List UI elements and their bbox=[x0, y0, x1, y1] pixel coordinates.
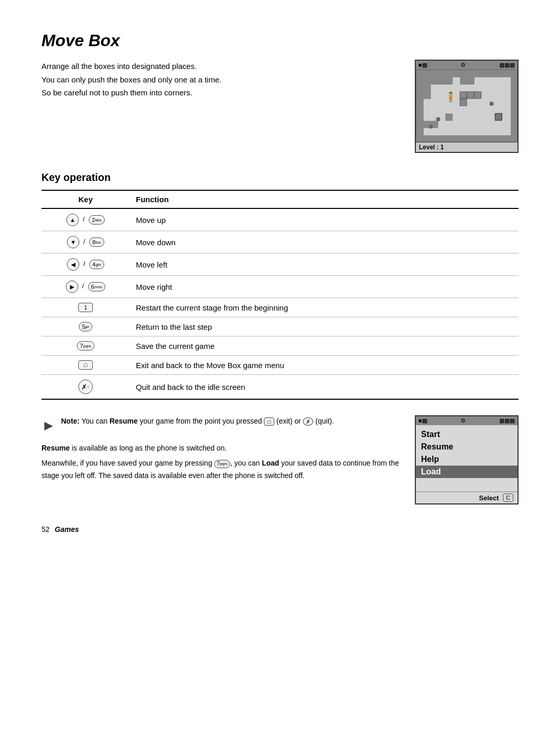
menu-item-load[interactable]: Load bbox=[416, 466, 517, 478]
key-cell-move-left: ◀ / 4 ghi bbox=[41, 254, 130, 276]
key-exit: □ bbox=[78, 360, 93, 370]
intro-section: Arrange all the boxes into designated pl… bbox=[41, 60, 519, 153]
svg-rect-20 bbox=[495, 114, 502, 120]
table-row: 7pqrs Save the current game bbox=[41, 336, 519, 356]
svg-text:🧍: 🧍 bbox=[445, 91, 457, 103]
key-cell-exit: □ bbox=[41, 356, 130, 375]
table-row: ▼ / 8 tuv Move down bbox=[41, 231, 519, 254]
key-5jkl: 5 jkl bbox=[79, 322, 92, 331]
load-bold: Load bbox=[262, 459, 279, 467]
nav-left-icon: ◀ bbox=[67, 258, 79, 271]
nav-up-icon: ▲ bbox=[66, 214, 79, 226]
svg-rect-14 bbox=[467, 92, 474, 99]
section-title-key-operation: Key operation bbox=[41, 172, 519, 184]
menu-select-softkey[interactable]: Select bbox=[479, 494, 499, 502]
table-header-function: Function bbox=[130, 190, 519, 208]
key-operation-table: Key Function ▲ / 2 abc Move up ▼ / 8 tuv bbox=[41, 190, 519, 400]
level-label-1: Level : 1 bbox=[416, 142, 517, 152]
svg-rect-16 bbox=[460, 99, 467, 106]
table-row: ◀ / 4 ghi Move left bbox=[41, 254, 519, 276]
status-icon-left: ■▩ bbox=[418, 62, 427, 68]
table-row: ▲ / 2 abc Move up bbox=[41, 208, 519, 231]
table-row: 5 jkl Return to the last step bbox=[41, 317, 519, 336]
game-svg: 🧍 bbox=[416, 70, 517, 142]
key-quit: ✗○ bbox=[78, 380, 93, 394]
key-7pqrs: 7pqrs bbox=[77, 341, 94, 350]
bottom-text: ► Note: You can Resume your game from th… bbox=[41, 415, 399, 482]
menu-item-help[interactable]: Help bbox=[421, 453, 512, 466]
status-icon-mid: ⚙ bbox=[460, 62, 466, 68]
intro-text: Arrange all the boxes into designated pl… bbox=[41, 60, 399, 100]
save-key-inline: 7pqrs bbox=[214, 460, 230, 468]
exit-key-inline: □ bbox=[264, 417, 274, 426]
key-cell-last-step: 5 jkl bbox=[41, 317, 130, 336]
svg-point-18 bbox=[436, 117, 440, 121]
page-footer: 52 Games bbox=[41, 525, 519, 534]
table-row: ✗○ Quit and back to the idle screen bbox=[41, 375, 519, 400]
function-move-up: Move up bbox=[130, 208, 519, 231]
menu-status-left: ■▩ bbox=[418, 417, 427, 424]
key-cell-move-right: ▶ / 6 mno bbox=[41, 276, 130, 298]
menu-item-resume[interactable]: Resume bbox=[421, 441, 512, 453]
key-1: 1 bbox=[78, 303, 93, 312]
svg-point-17 bbox=[489, 102, 494, 106]
svg-rect-8 bbox=[424, 85, 431, 99]
svg-rect-11 bbox=[445, 114, 453, 121]
table-row: ▶ / 6 mno Move right bbox=[41, 276, 519, 298]
key-2abc: 2 abc bbox=[89, 215, 105, 224]
menu-status-right: ▩▩▩ bbox=[499, 417, 515, 424]
key-4ghi: 4 ghi bbox=[89, 260, 104, 269]
nav-down-icon: ▼ bbox=[67, 236, 79, 248]
resume-available-text: Resume is available as long as the phone… bbox=[41, 442, 399, 455]
svg-rect-7 bbox=[460, 77, 474, 85]
key-cell-quit: ✗○ bbox=[41, 375, 130, 400]
function-save: Save the current game bbox=[130, 336, 519, 356]
table-header-key: Key bbox=[41, 190, 130, 208]
intro-line3: So be careful not to push them into corn… bbox=[41, 86, 399, 100]
svg-rect-6 bbox=[424, 77, 453, 85]
svg-point-19 bbox=[429, 124, 433, 129]
status-bar-1: ■▩ ⚙ ▩▩▩ bbox=[416, 61, 517, 69]
key-6mno: 6 mno bbox=[88, 282, 106, 291]
key-cell-save: 7pqrs bbox=[41, 336, 130, 356]
menu-screenshot: ■▩ ⚙ ▩▩▩ Start Resume Help Load Select C bbox=[415, 415, 519, 504]
intro-line2: You can only push the boxes and only one… bbox=[41, 73, 399, 87]
arrow-note: ► Note: You can Resume your game from th… bbox=[41, 415, 399, 438]
menu-area: Start Resume Help Load bbox=[416, 425, 517, 492]
function-move-right: Move right bbox=[130, 276, 519, 298]
svg-rect-4 bbox=[416, 135, 517, 142]
table-row: □ Exit and back to the Move Box game men… bbox=[41, 356, 519, 375]
function-move-down: Move down bbox=[130, 231, 519, 254]
resume-bold-2: Resume bbox=[41, 444, 69, 452]
arrow-icon: ► bbox=[41, 413, 56, 438]
menu-item-start[interactable]: Start bbox=[421, 428, 512, 441]
function-move-left: Move left bbox=[130, 254, 519, 276]
game-area-1: 🧍 bbox=[416, 69, 517, 142]
game-screenshot-1: ■▩ ⚙ ▩▩▩ bbox=[415, 60, 519, 153]
page-title: Move Box bbox=[41, 31, 519, 50]
key-cell-move-up: ▲ / 2 abc bbox=[41, 208, 130, 231]
table-row: 1 Restart the current stage from the beg… bbox=[41, 298, 519, 317]
svg-rect-1 bbox=[416, 70, 517, 77]
page-number: 52 bbox=[41, 525, 50, 534]
load-text: Meanwhile, if you have saved your game b… bbox=[41, 457, 399, 482]
key-cell-move-down: ▼ / 8 tuv bbox=[41, 231, 130, 254]
status-icon-right: ▩▩▩ bbox=[499, 62, 515, 68]
menu-status-mid: ⚙ bbox=[460, 417, 466, 424]
menu-bottom-bar: Select C bbox=[416, 492, 517, 503]
function-last-step: Return to the last step bbox=[130, 317, 519, 336]
games-label: Games bbox=[55, 525, 79, 534]
function-restart: Restart the current stage from the begin… bbox=[130, 298, 519, 317]
intro-line1: Arrange all the boxes into designated pl… bbox=[41, 60, 399, 73]
bottom-section: ► Note: You can Resume your game from th… bbox=[41, 415, 519, 504]
key-8tuv: 8 tuv bbox=[89, 237, 104, 247]
function-exit: Exit and back to the Move Box game menu bbox=[130, 356, 519, 375]
note-text: Note: You can Resume your game from the … bbox=[61, 415, 334, 428]
svg-rect-9 bbox=[511, 77, 517, 92]
menu-c-key[interactable]: C bbox=[503, 494, 513, 502]
function-quit: Quit and back to the idle screen bbox=[130, 375, 519, 400]
nav-right-icon: ▶ bbox=[66, 280, 78, 293]
svg-rect-15 bbox=[474, 92, 481, 99]
note-bold: Note: bbox=[61, 417, 80, 425]
menu-status-bar: ■▩ ⚙ ▩▩▩ bbox=[416, 416, 517, 425]
